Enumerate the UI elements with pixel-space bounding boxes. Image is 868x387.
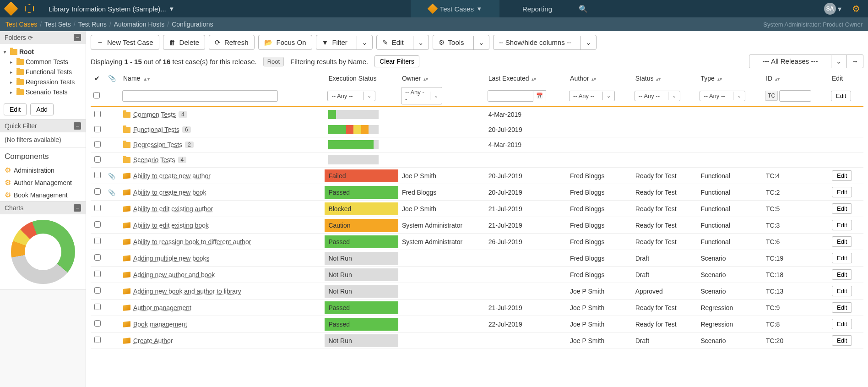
delete-button[interactable]: 🗑Delete [163, 35, 205, 50]
clear-filters-button[interactable]: Clear Filters [374, 55, 419, 67]
focus-button[interactable]: 📂Focus On [258, 35, 312, 50]
testcase-link[interactable]: Ability to edit existing author [133, 205, 213, 213]
check-icon[interactable]: ✔ [94, 75, 100, 82]
search-button[interactable]: 🔍 [575, 0, 591, 17]
testcase-link[interactable]: Ability to create new author [133, 172, 211, 180]
testcase-link[interactable]: Ability to create new book [133, 189, 206, 196]
refresh-button[interactable]: ⟳Refresh [209, 35, 255, 50]
testcase-link[interactable]: Ability to reassign book to different au… [133, 238, 251, 245]
attachment-icon[interactable]: 📎 [108, 173, 115, 180]
tree-node[interactable]: ▸Functional Tests [2, 67, 84, 77]
component-item[interactable]: ⚙Administration [0, 164, 86, 176]
row-checkbox[interactable] [94, 172, 101, 178]
chevron-down-icon[interactable]: ⌄ [413, 36, 429, 49]
testcase-link[interactable]: Author management [133, 304, 191, 311]
component-item[interactable]: ⚙Book Management [0, 189, 86, 201]
row-edit-button[interactable]: Edit [832, 319, 852, 329]
user-menu[interactable]: SA ▾ [820, 0, 845, 17]
tree-node[interactable]: ▸Common Tests [2, 57, 84, 67]
subnav-item[interactable]: Test Cases [5, 21, 37, 28]
row-edit-button[interactable]: Edit [832, 203, 852, 214]
component-item[interactable]: ⚙Author Management [0, 176, 86, 189]
tree-node[interactable]: ▸Scenario Tests [2, 87, 84, 97]
subnav-item[interactable]: Test Sets [44, 21, 71, 28]
row-checkbox[interactable] [94, 287, 101, 294]
folder-link[interactable]: Functional Tests [133, 126, 179, 133]
admin-settings-button[interactable]: ⚙ [848, 0, 864, 17]
attachment-icon[interactable]: 📎 [108, 189, 115, 196]
add-folder-button[interactable]: Add [30, 104, 54, 115]
row-edit-button[interactable]: Edit [832, 236, 852, 247]
folder-chip[interactable]: Root [263, 57, 284, 66]
filter-lastexec-input[interactable] [488, 90, 533, 102]
collapse-charts-button[interactable]: − [74, 204, 81, 212]
subnav-item[interactable]: Test Runs [78, 21, 107, 28]
folder-link[interactable]: Common Tests [133, 111, 176, 118]
attachment-icon[interactable]: 📎 [108, 75, 116, 82]
filter-button[interactable]: ▼Filter⌄ [316, 35, 373, 50]
subnav-item[interactable]: Configurations [172, 21, 213, 28]
chevron-down-icon[interactable]: ⌄ [831, 55, 847, 68]
testcase-link[interactable]: Ability to edit existing book [133, 222, 209, 229]
tools-button[interactable]: ⚙Tools⌄ [433, 35, 489, 50]
subnav-item[interactable]: Automation Hosts [114, 21, 165, 28]
row-edit-button[interactable]: Edit [832, 170, 852, 181]
row-edit-button[interactable]: Edit [832, 286, 852, 296]
row-checkbox[interactable] [94, 304, 101, 310]
select-all-checkbox[interactable] [93, 92, 100, 98]
row-checkbox[interactable] [94, 141, 101, 147]
filter-name-input[interactable] [122, 90, 278, 102]
calendar-icon[interactable]: 📅 [533, 90, 546, 101]
filter-id-input[interactable] [779, 90, 811, 102]
filter-type-select[interactable]: -- Any --⌄ [700, 91, 745, 101]
row-edit-button[interactable]: Edit [832, 302, 852, 313]
row-edit-button[interactable]: Edit [832, 335, 852, 346]
row-checkbox[interactable] [94, 337, 101, 343]
tab-test-cases[interactable]: Test Cases ▾ [411, 0, 499, 17]
edit-button[interactable]: ✎Edit⌄ [376, 35, 429, 50]
refresh-folders-icon[interactable]: ⟳ [28, 34, 33, 41]
row-checkbox[interactable] [94, 221, 101, 228]
chevron-down-icon[interactable]: ⌄ [580, 36, 596, 49]
tree-node[interactable]: ▸Regression Tests [2, 77, 84, 87]
row-checkbox[interactable] [94, 111, 101, 117]
edit-folder-button[interactable]: Edit [4, 104, 27, 115]
filter-exec-select[interactable]: -- Any --⌄ [327, 91, 375, 101]
row-edit-button[interactable]: Edit [832, 253, 852, 263]
tab-reporting[interactable]: Reporting [504, 0, 570, 17]
filter-status-select[interactable]: -- Any --⌄ [635, 91, 680, 101]
folder-link[interactable]: Scenario Tests [133, 156, 175, 164]
filter-edit-button[interactable]: Edit [831, 91, 851, 101]
filter-owner-select[interactable]: -- Any --⌄ [401, 87, 442, 104]
app-logo-icon[interactable] [4, 1, 18, 16]
row-checkbox[interactable] [94, 320, 101, 327]
filter-author-select[interactable]: -- Any --⌄ [569, 91, 615, 101]
new-testcase-button[interactable]: ＋New Test Case [91, 35, 159, 50]
row-edit-button[interactable]: Edit [832, 187, 852, 197]
collapse-folders-button[interactable]: − [74, 34, 81, 41]
testcase-link[interactable]: Book management [133, 321, 187, 328]
row-checkbox[interactable] [94, 188, 101, 195]
row-checkbox[interactable] [94, 238, 101, 244]
testcase-link[interactable]: Adding new book and author to library [133, 288, 241, 295]
product-hex-icon[interactable] [22, 1, 37, 16]
row-checkbox[interactable] [94, 254, 101, 261]
chevron-down-icon[interactable]: ⌄ [357, 36, 372, 49]
columns-dropdown[interactable]: -- Show/hide columns --⌄ [493, 35, 597, 50]
row-edit-button[interactable]: Edit [832, 269, 852, 280]
release-selector[interactable]: --- All Releases --- ⌄ → [749, 55, 863, 68]
folder-link[interactable]: Regression Tests [133, 141, 182, 148]
row-checkbox[interactable] [94, 156, 101, 163]
chevron-down-icon[interactable]: ⌄ [473, 36, 489, 49]
row-checkbox[interactable] [94, 126, 101, 132]
row-checkbox[interactable] [94, 205, 101, 211]
testcase-link[interactable]: Create Author [133, 337, 173, 344]
testcase-link[interactable]: Adding new author and book [133, 271, 215, 278]
project-selector[interactable]: Library Information System (Sample)... ▾ [40, 0, 182, 17]
tree-node-root[interactable]: ▾ Root [2, 47, 84, 57]
row-checkbox[interactable] [94, 271, 101, 277]
row-edit-button[interactable]: Edit [832, 220, 852, 230]
collapse-quickfilter-button[interactable]: − [74, 122, 81, 130]
arrow-right-icon[interactable]: → [847, 55, 863, 68]
testcase-link[interactable]: Adding multiple new books [133, 255, 210, 262]
